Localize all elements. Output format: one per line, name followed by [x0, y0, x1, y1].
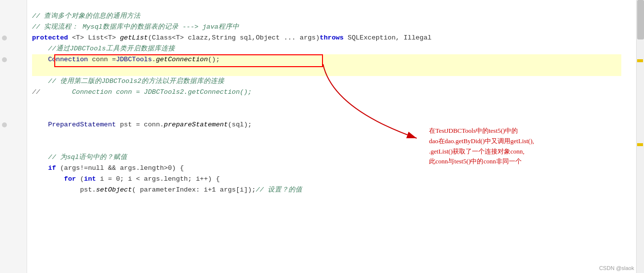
code-line-9: // Connection conn = JDBCTools2.getConne… [32, 87, 621, 98]
code-text-1: <T> List<T> [68, 33, 120, 43]
code-dot: . [152, 54, 156, 65]
line-num-2 [0, 11, 27, 22]
line-num-14 [0, 141, 27, 152]
comment-3: //通过JDBCTools工具类开启数据库连接 [32, 43, 175, 54]
keyword-int: int [84, 174, 96, 185]
code-line-8: // 使用第二版的JDBCTools2的方法以开启数据库的连接 [32, 76, 621, 87]
watermark: CSDN @slaok [599, 265, 634, 271]
code-text-conn: conn = [88, 54, 116, 65]
line-num-13 [0, 130, 27, 141]
code-line-2: // 查询多个对象的信息的通用方法 [32, 11, 621, 22]
code-for-body: i = 0; i < args.length; i++) { [96, 174, 220, 185]
line-num-24 [0, 250, 27, 261]
keyword-throws: throws [320, 33, 344, 43]
code-lines: // 查询多个对象的信息的通用方法 // 实现流程： Mysql数据库中的数据表… [27, 0, 626, 195]
line-num-6 [0, 54, 27, 65]
method-preparestatement: prepareStatement [164, 119, 228, 130]
line-num-12 [0, 119, 27, 130]
code-indent-if [32, 163, 48, 174]
keyword-for: for [64, 174, 76, 185]
method-getconnection: getConnection [156, 54, 208, 65]
line-num-9 [0, 87, 27, 98]
line-num-16 [0, 163, 27, 174]
line-num-7 [0, 65, 27, 76]
line-num-8 [0, 76, 27, 87]
code-ps [32, 119, 48, 130]
code-paren: (); [208, 54, 220, 65]
method-setobject: setObject [96, 185, 132, 195]
line-num-4 [0, 33, 27, 43]
code-text-3: SQLException, Illegal [344, 33, 431, 43]
line-num-1 [0, 0, 27, 11]
scrollbar-thumb[interactable] [637, 0, 644, 39]
keyword-protected: protected [32, 33, 68, 43]
code-conn [32, 54, 48, 65]
code-line-11 [32, 109, 621, 119]
code-indent-for [32, 174, 64, 185]
code-line-4: protected <T> List<T> getList (Class<T> … [32, 33, 621, 43]
code-text-2: (Class<T> clazz,String sql,Object ... ar… [148, 33, 320, 43]
comment-5: // [32, 87, 40, 98]
annotation-line3: .getList()获取了一个连接对象conn, [429, 147, 534, 157]
line-num-18 [0, 185, 27, 195]
comment-setobj: // 设置？的值 [256, 185, 302, 195]
line-num-19 [0, 195, 27, 206]
vertical-scrollbar[interactable] [636, 0, 644, 273]
comment-1: // 查询多个对象的信息的通用方法 [32, 11, 141, 22]
code-setobj: pst. [32, 185, 96, 195]
line-num-21 [0, 217, 27, 228]
line-num-23 [0, 239, 27, 250]
keyword-if: if [48, 163, 56, 174]
code-line-5: //通过JDBCTools工具类开启数据库连接 [32, 43, 621, 54]
code-setobj2: ( parameterIndex: i+1 args[i]); [132, 185, 256, 195]
comment-4: // 使用第二版的JDBCTools2的方法以开启数据库的连接 [32, 76, 224, 87]
line-num-20 [0, 206, 27, 217]
annotation-line2: dao在dao.getByDid()中又调用getList(), [429, 136, 534, 147]
annotation-line4: 此conn与test5()中的conn非同一个 [429, 156, 534, 167]
scrollbar-indicator-1 [637, 59, 643, 62]
line-num-10 [0, 98, 27, 109]
comment-2: // 实现流程： Mysql数据库中的数据表的记录 ---> java程序中 [32, 22, 239, 33]
type-preparedstatement: PreparedStatement [48, 119, 116, 130]
code-line-18: pst. setObject ( parameterIndex: i+1 arg… [32, 185, 621, 195]
comment-7: // 为sql语句中的？赋值 [32, 152, 127, 163]
scrollbar-indicator-2 [637, 143, 643, 146]
code-if-cond: (args!=null && args.length>0) { [56, 163, 184, 174]
line-num-22 [0, 228, 27, 239]
type-connection: Connection [48, 54, 88, 65]
line-num-25 [0, 261, 27, 272]
annotation-line1: 在TestJDBCTools中的test5()中的 [429, 126, 534, 136]
code-line-6: Connection conn = JDBCTools . getConnect… [32, 54, 621, 65]
line-numbers [0, 0, 27, 273]
code-line-10 [32, 98, 621, 109]
comment-6: Connection conn = JDBCTools2.getConnecti… [40, 87, 251, 98]
annotation-text-block: 在TestJDBCTools中的test5()中的 dao在dao.getByD… [429, 126, 534, 167]
line-num-11 [0, 109, 27, 119]
line-num-5 [0, 43, 27, 54]
line-num-17 [0, 174, 27, 185]
type-jdbctools: JDBCTools [116, 54, 152, 65]
code-pst2: (sql); [228, 119, 252, 130]
code-editor: // 查询多个对象的信息的通用方法 // 实现流程： Mysql数据库中的数据表… [0, 0, 626, 273]
code-line-17: for ( int i = 0; i < args.length; i++) { [32, 174, 621, 185]
method-name: getList [120, 33, 148, 43]
code-line-7 [32, 65, 621, 76]
code-pst: pst = conn. [116, 119, 164, 130]
code-line-1 [32, 0, 621, 11]
code-line-3: // 实现流程： Mysql数据库中的数据表的记录 ---> java程序中 [32, 22, 621, 33]
line-num-15 [0, 152, 27, 163]
line-num-3 [0, 22, 27, 33]
code-for-open: ( [76, 174, 84, 185]
